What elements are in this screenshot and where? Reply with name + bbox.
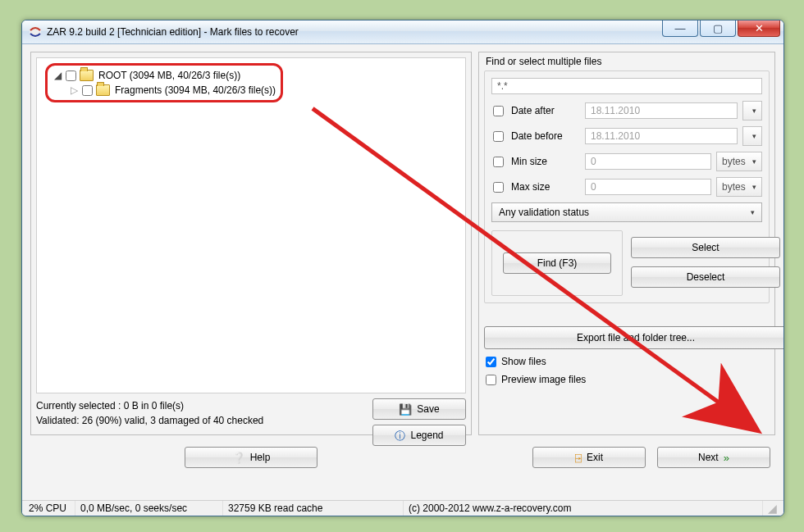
min-size-row: Min size bytes▾	[491, 152, 762, 171]
close-button[interactable]: ✕	[738, 20, 780, 37]
floppy-icon: 💾	[399, 404, 412, 415]
app-icon	[29, 25, 42, 39]
filename-mask-input[interactable]	[491, 78, 762, 94]
validation-status: Validated: 26 (90%) valid, 3 damaged of …	[36, 413, 366, 428]
date-after-checkbox[interactable]	[493, 106, 504, 116]
tree-highlight-annotation: ◢ ROOT (3094 MB, 40/26/3 file(s)) ▷ Frag…	[45, 63, 283, 102]
door-exit-icon: ⍈	[575, 452, 582, 463]
min-size-checkbox[interactable]	[493, 157, 504, 167]
validation-status-select[interactable]: Any validation status▾	[491, 202, 762, 222]
files-panel: ◢ ROOT (3094 MB, 40/26/3 file(s)) ▷ Frag…	[30, 52, 472, 435]
preview-images-label: Preview image files	[501, 374, 586, 385]
date-after-input[interactable]	[585, 102, 738, 119]
date-before-picker-button[interactable]: ▾	[742, 126, 762, 146]
status-copyright: (c) 2000-2012 www.z-a-recovery.com	[403, 501, 765, 516]
date-before-label: Date before	[511, 130, 580, 142]
max-size-checkbox[interactable]	[493, 182, 504, 193]
exit-button[interactable]: ⍈ Exit	[532, 447, 646, 468]
max-size-input[interactable]	[585, 179, 711, 195]
status-cache: 32759 KB read cache	[222, 501, 403, 516]
help-button[interactable]: ❔ Help	[185, 447, 317, 468]
status-bar: 2% CPU 0,0 MB/sec, 0 seeks/sec 32759 KB …	[22, 500, 783, 516]
date-before-checkbox[interactable]	[493, 131, 504, 142]
preview-images-checkbox[interactable]	[486, 375, 496, 385]
info-icon: ⓘ	[395, 430, 405, 441]
filter-heading: Find or select multiple files	[486, 56, 770, 67]
date-before-input[interactable]	[585, 128, 738, 144]
legend-button[interactable]: ⓘ Legend	[372, 425, 466, 446]
file-tree[interactable]: ◢ ROOT (3094 MB, 40/26/3 file(s)) ▷ Frag…	[36, 57, 466, 393]
export-tree-button[interactable]: Export file and folder tree...	[484, 326, 784, 349]
min-size-label: Min size	[511, 156, 580, 167]
status-io: 0,0 MB/sec, 0 seeks/sec	[75, 501, 222, 516]
resize-grip-icon[interactable]: ◢	[762, 501, 782, 516]
folder-icon	[80, 70, 94, 81]
next-button[interactable]: Next »	[657, 447, 770, 468]
titlebar[interactable]: ZAR 9.2 build 2 [Technician edition] - M…	[22, 20, 783, 44]
max-size-unit-select[interactable]: bytes▾	[716, 177, 762, 197]
app-window: ZAR 9.2 build 2 [Technician edition] - M…	[21, 20, 784, 516]
save-button[interactable]: 💾 Save	[372, 398, 466, 420]
arrow-right-icon: »	[724, 452, 729, 463]
tree-label: Fragments (3094 MB, 40/26/3 file(s))	[115, 84, 276, 96]
date-after-row: Date after ▾	[491, 101, 762, 120]
find-select-panel: Find or select multiple files Date after…	[478, 52, 775, 435]
show-files-label: Show files	[501, 356, 546, 367]
maximize-button[interactable]: ▢	[700, 20, 736, 37]
max-size-label: Max size	[511, 181, 580, 193]
window-title: ZAR 9.2 build 2 [Technician edition] - M…	[47, 26, 299, 38]
deselect-button[interactable]: Deselect	[631, 266, 780, 288]
tree-label: ROOT (3094 MB, 40/26/3 file(s))	[98, 70, 240, 81]
date-after-picker-button[interactable]: ▾	[742, 101, 762, 120]
tree-checkbox-root[interactable]	[66, 70, 76, 81]
date-before-row: Date before ▾	[491, 126, 762, 146]
selection-status: Currently selected : 0 B in 0 file(s)	[36, 398, 366, 413]
min-size-unit-select[interactable]: bytes▾	[716, 152, 762, 171]
help-icon: ❔	[232, 452, 245, 463]
folder-icon	[96, 84, 110, 96]
minimize-button[interactable]: —	[662, 20, 698, 37]
show-files-checkbox[interactable]	[486, 357, 496, 367]
min-size-input[interactable]	[585, 153, 711, 170]
expand-icon[interactable]: ◢	[53, 70, 62, 81]
expand-icon[interactable]: ▷	[69, 84, 79, 96]
tree-row-fragments[interactable]: ▷ Fragments (3094 MB, 40/26/3 file(s))	[53, 83, 276, 98]
select-button[interactable]: Select	[631, 237, 780, 258]
status-cpu: 2% CPU	[24, 501, 75, 516]
tree-checkbox-fragments[interactable]	[82, 85, 93, 96]
tree-row-root[interactable]: ◢ ROOT (3094 MB, 40/26/3 file(s))	[53, 68, 276, 83]
date-after-label: Date after	[511, 105, 580, 116]
max-size-row: Max size bytes▾	[491, 177, 762, 197]
find-button[interactable]: Find (F3)	[503, 252, 611, 274]
